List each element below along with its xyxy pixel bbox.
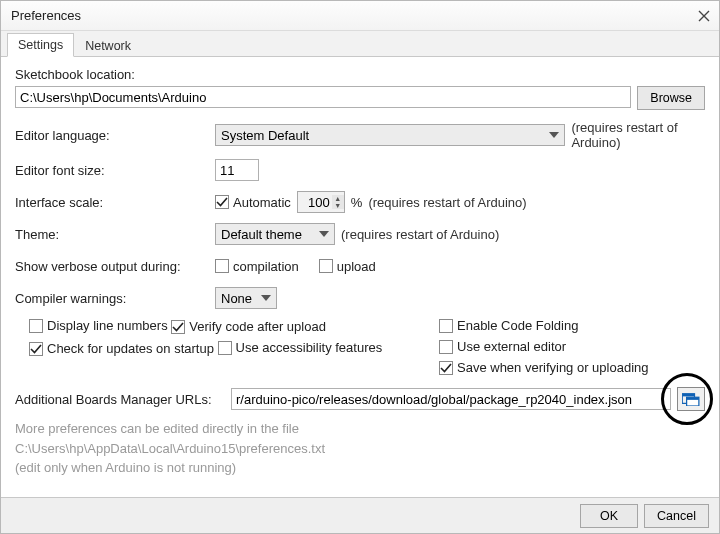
font-size-input[interactable]	[215, 159, 259, 181]
additional-urls-input[interactable]	[231, 388, 671, 410]
accessibility-label: Use accessibility features	[236, 340, 383, 355]
svg-rect-1	[682, 394, 694, 397]
compilation-check[interactable]: compilation	[215, 259, 299, 274]
sketchbook-label: Sketchbook location:	[15, 67, 135, 82]
scale-up-icon[interactable]: ▲	[332, 195, 344, 202]
tab-settings[interactable]: Settings	[7, 33, 74, 57]
dialog-footer: OK Cancel	[1, 497, 719, 533]
display-line-numbers-label: Display line numbers	[47, 318, 168, 333]
restart-hint-2: (requires restart of Arduino)	[368, 195, 526, 210]
cancel-button[interactable]: Cancel	[644, 504, 709, 528]
external-editor-check[interactable]: Use external editor	[439, 339, 566, 354]
save-verifying-check[interactable]: Save when verifying or uploading	[439, 360, 649, 375]
automatic-label: Automatic	[233, 195, 291, 210]
check-updates-label: Check for updates on startup	[47, 341, 214, 356]
preferences-window: Preferences Settings Network Sketchbook …	[0, 0, 720, 534]
theme-label: Theme:	[15, 227, 59, 242]
save-verifying-label: Save when verifying or uploading	[457, 360, 649, 375]
sketchbook-path-input[interactable]	[15, 86, 631, 108]
code-folding-label: Enable Code Folding	[457, 318, 578, 333]
interface-scale-label: Interface scale:	[15, 195, 103, 210]
code-folding-check[interactable]: Enable Code Folding	[439, 318, 578, 333]
svg-rect-3	[687, 397, 699, 400]
theme-select[interactable]: Default theme	[215, 223, 335, 245]
font-size-label: Editor font size:	[15, 163, 105, 178]
window-title: Preferences	[11, 8, 81, 23]
editor-language-select[interactable]: System Default	[215, 124, 565, 146]
scale-down-icon[interactable]: ▼	[332, 202, 344, 209]
compiler-warnings-select[interactable]: None	[215, 287, 277, 309]
verify-code-check[interactable]: Verify code after upload	[171, 319, 326, 334]
edit-only-note: (edit only when Arduino is not running)	[15, 458, 705, 478]
automatic-scale-check[interactable]: Automatic	[215, 195, 291, 210]
prefs-path: C:\Users\hp\AppData\Local\Arduino15\pref…	[15, 439, 705, 459]
close-icon[interactable]	[697, 9, 711, 23]
restart-hint-3: (requires restart of Arduino)	[341, 227, 499, 242]
edit-urls-button[interactable]	[677, 387, 705, 411]
accessibility-check[interactable]: Use accessibility features	[218, 340, 383, 355]
preferences-path-note: More preferences can be edited directly …	[15, 419, 705, 478]
tab-bar: Settings Network	[1, 31, 719, 57]
compilation-label: compilation	[233, 259, 299, 274]
verify-code-label: Verify code after upload	[189, 319, 326, 334]
compiler-warnings-label: Compiler warnings:	[15, 291, 126, 306]
verbose-label: Show verbose output during:	[15, 259, 181, 274]
title-bar: Preferences	[1, 1, 719, 31]
browse-button[interactable]: Browse	[637, 86, 705, 110]
scale-input[interactable]	[298, 192, 332, 212]
display-line-numbers-check[interactable]: Display line numbers	[29, 318, 168, 333]
more-prefs-note: More preferences can be edited directly …	[15, 419, 705, 439]
restart-hint-1: (requires restart of Arduino)	[571, 120, 705, 150]
percent-label: %	[351, 195, 363, 210]
window-icon	[682, 392, 700, 406]
external-editor-label: Use external editor	[457, 339, 566, 354]
editor-language-label: Editor language:	[15, 128, 110, 143]
upload-label: upload	[337, 259, 376, 274]
upload-check[interactable]: upload	[319, 259, 376, 274]
ok-button[interactable]: OK	[580, 504, 638, 528]
scale-stepper[interactable]: ▲ ▼	[297, 191, 345, 213]
check-updates-check[interactable]: Check for updates on startup	[29, 341, 214, 356]
tab-network[interactable]: Network	[74, 34, 142, 57]
additional-urls-label: Additional Boards Manager URLs:	[15, 392, 225, 407]
